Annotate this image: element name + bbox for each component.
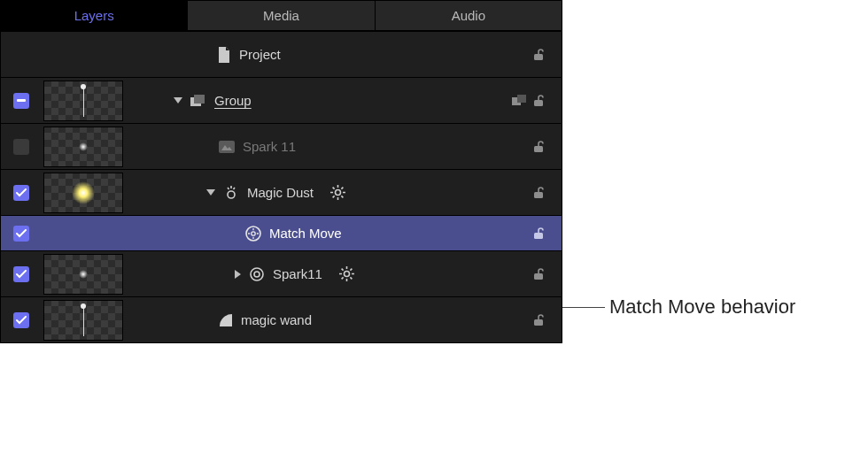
svg-point-13 — [252, 231, 255, 234]
isolate-icon[interactable] — [512, 95, 528, 107]
shape-icon — [219, 313, 233, 327]
lock-open-icon[interactable] — [533, 49, 549, 61]
thumbnail-magic-dust[interactable] — [43, 173, 123, 213]
group-label[interactable]: Group — [214, 93, 252, 108]
behavior-icon — [245, 226, 261, 242]
row-match-move[interactable]: Match Move — [1, 215, 562, 250]
disclosure-right-icon[interactable] — [235, 270, 241, 279]
svg-rect-19 — [534, 319, 543, 326]
image-icon — [219, 141, 235, 153]
lock-open-icon[interactable] — [533, 268, 549, 280]
lock-open-icon[interactable] — [533, 227, 549, 240]
row-group[interactable]: Group — [1, 77, 562, 123]
callout-leader-line — [562, 307, 605, 308]
enable-checkbox-on[interactable] — [13, 185, 29, 201]
svg-rect-6 — [219, 141, 235, 153]
match-move-label: Match Move — [269, 226, 342, 241]
svg-rect-11 — [534, 192, 543, 198]
svg-rect-4 — [517, 95, 526, 103]
callout-label: Match Move behavior — [609, 296, 795, 319]
row-magic-dust[interactable]: Magic Dust — [1, 169, 562, 215]
particle-cell-icon — [249, 266, 265, 282]
row-magic-wand[interactable]: magic wand — [1, 296, 562, 342]
svg-rect-2 — [194, 95, 205, 104]
enable-checkbox-on[interactable] — [13, 312, 29, 328]
thumbnail-magic-wand[interactable] — [43, 300, 123, 341]
disclosure-down-icon[interactable] — [174, 97, 182, 104]
enable-checkbox-on[interactable] — [13, 226, 29, 242]
magic-wand-label: magic wand — [241, 312, 312, 327]
thumbnail-spark11a[interactable] — [43, 127, 123, 167]
project-label: Project — [239, 47, 281, 62]
enable-checkbox-off[interactable] — [13, 139, 29, 155]
lock-open-icon[interactable] — [533, 95, 549, 107]
tab-audio[interactable]: Audio — [376, 1, 562, 31]
svg-rect-14 — [534, 233, 543, 239]
row-project[interactable]: Project — [1, 31, 562, 77]
row-spark11-disabled[interactable]: Spark 11 — [1, 123, 562, 169]
layers-panel: Layers Media Audio Project Group — [0, 0, 562, 343]
emitter-icon — [223, 186, 239, 200]
spark11b-label: Spark11 — [273, 266, 322, 281]
svg-point-9 — [228, 191, 235, 198]
svg-rect-5 — [534, 100, 543, 106]
tab-layers[interactable]: Layers — [1, 1, 188, 31]
document-icon — [217, 47, 231, 63]
row-spark11b[interactable]: Spark11 — [1, 250, 562, 296]
group-layers-icon — [190, 95, 206, 107]
thumbnail-spark11b[interactable] — [43, 254, 123, 295]
behavior-gear-icon[interactable] — [330, 185, 345, 200]
svg-point-10 — [336, 190, 341, 196]
lock-open-icon[interactable] — [533, 314, 549, 326]
thumbnail-group[interactable] — [43, 81, 123, 121]
svg-rect-0 — [534, 54, 543, 60]
svg-point-15 — [251, 268, 263, 280]
lock-open-icon[interactable] — [533, 187, 549, 199]
lock-open-icon[interactable] — [533, 141, 549, 153]
magic-dust-label: Magic Dust — [247, 185, 314, 200]
svg-rect-18 — [534, 273, 543, 280]
enable-checkbox-on[interactable] — [13, 266, 29, 282]
svg-point-17 — [344, 272, 349, 277]
tab-bar: Layers Media Audio — [1, 1, 562, 31]
enable-checkbox-mixed[interactable] — [13, 93, 29, 109]
disclosure-down-icon[interactable] — [206, 189, 215, 196]
behavior-gear-icon[interactable] — [339, 266, 354, 281]
tab-media[interactable]: Media — [188, 1, 375, 31]
svg-rect-8 — [534, 146, 543, 152]
svg-point-16 — [254, 272, 260, 277]
spark11a-label: Spark 11 — [243, 139, 296, 154]
